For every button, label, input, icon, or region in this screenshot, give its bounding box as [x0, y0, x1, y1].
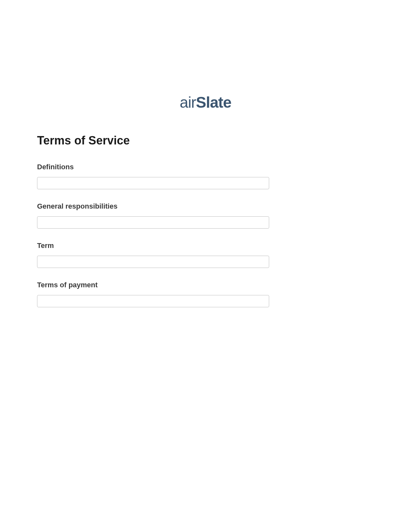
responsibilities-input[interactable] [37, 216, 269, 229]
field-label-payment: Terms of payment [37, 281, 374, 289]
term-input[interactable] [37, 256, 269, 268]
definitions-input[interactable] [37, 177, 269, 189]
field-group-payment: Terms of payment [37, 281, 374, 307]
field-label-responsibilities: General responsibilities [37, 202, 374, 211]
logo-part-air: air [180, 94, 196, 111]
field-group-term: Term [37, 241, 374, 268]
payment-input[interactable] [37, 295, 269, 307]
logo-part-slate: Slate [196, 94, 231, 111]
field-group-definitions: Definitions [37, 163, 374, 189]
field-group-responsibilities: General responsibilities [37, 202, 374, 229]
page-title: Terms of Service [37, 134, 374, 147]
field-label-term: Term [37, 241, 374, 250]
field-label-definitions: Definitions [37, 163, 374, 171]
logo-container: airSlate [37, 94, 374, 111]
airslate-logo: airSlate [180, 94, 231, 111]
document-page: airSlate Terms of Service Definitions Ge… [0, 0, 411, 307]
